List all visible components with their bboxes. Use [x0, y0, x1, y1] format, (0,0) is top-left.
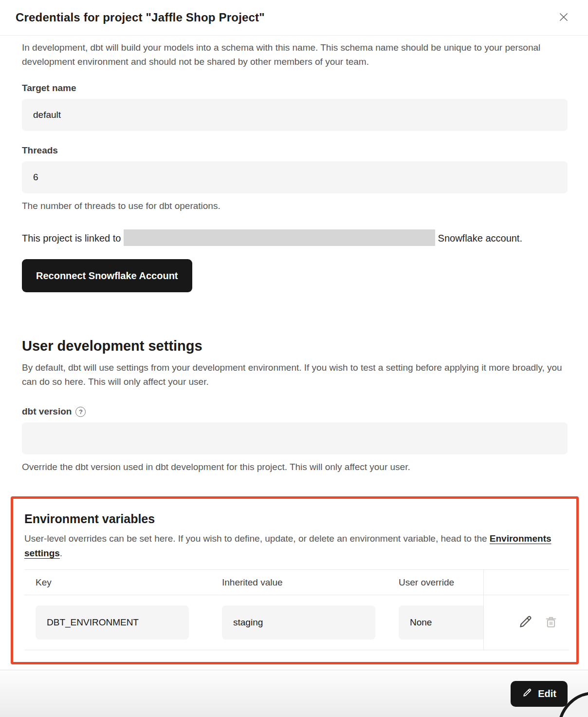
dbt-version-input[interactable]	[22, 422, 568, 454]
trash-icon	[544, 615, 558, 631]
modal-footer: Edit	[0, 670, 588, 717]
table-header-row: Key Inherited value User override	[24, 569, 569, 595]
env-description-period: .	[60, 548, 62, 558]
dbt-version-label: dbt version	[22, 406, 72, 417]
threads-label: Threads	[22, 145, 568, 156]
environment-variables-heading: Environment variables	[24, 512, 569, 526]
edit-pencil-icon	[522, 687, 533, 700]
column-header-user-override: User override	[387, 570, 483, 595]
env-description-text: User-level overrides can be set here. If…	[24, 533, 490, 544]
env-var-override-value: None	[399, 605, 483, 640]
close-icon	[557, 11, 570, 25]
linked-text-after: Snowflake account.	[438, 233, 522, 244]
threads-input[interactable]	[22, 161, 568, 193]
pencil-icon	[517, 614, 533, 631]
dbt-version-help-text: Override the dbt version used in dbt dev…	[22, 462, 568, 472]
user-dev-settings-description: By default, dbt will use settings from y…	[22, 360, 568, 389]
table-row: DBT_ENVIRONMENT staging None	[24, 595, 569, 650]
delete-row-button[interactable]	[544, 615, 558, 631]
column-header-key: Key	[24, 570, 211, 595]
snowflake-linked-text: This project is linked to Snowflake acco…	[22, 229, 568, 247]
edit-button-label: Edit	[538, 688, 556, 699]
modal-header: Credentials for project "Jaffle Shop Pro…	[0, 0, 588, 36]
target-name-input[interactable]	[22, 99, 568, 131]
edit-button[interactable]: Edit	[511, 681, 568, 707]
env-var-override-cell: None	[387, 595, 483, 650]
target-name-label: Target name	[22, 83, 568, 94]
modal-body: In development, dbt will build your mode…	[0, 40, 588, 664]
column-header-inherited-value: Inherited value	[211, 570, 387, 595]
user-dev-settings-heading: User development settings	[22, 338, 568, 354]
environment-variables-section-highlight: Environment variables User-level overrid…	[11, 496, 579, 664]
threads-help-text: The number of threads to use for dbt ope…	[22, 201, 568, 211]
column-header-actions	[483, 570, 569, 595]
env-var-inherited-cell: staging	[211, 595, 387, 650]
env-variables-table: Key Inherited value User override DBT_EN…	[24, 569, 569, 650]
environment-variables-description: User-level overrides can be set here. If…	[24, 531, 569, 561]
env-var-inherited-value: staging	[222, 605, 375, 640]
dbt-version-label-row: dbt version ?	[22, 406, 568, 417]
modal-title: Credentials for project "Jaffle Shop Pro…	[16, 11, 265, 24]
help-icon[interactable]: ?	[75, 407, 86, 417]
linked-text-before: This project is linked to	[22, 233, 121, 244]
env-var-actions-cell	[483, 595, 569, 650]
reconnect-snowflake-button[interactable]: Reconnect Snowflake Account	[22, 259, 192, 292]
edit-row-button[interactable]	[517, 614, 533, 631]
env-var-key-cell: DBT_ENVIRONMENT	[24, 595, 211, 650]
redacted-account-name	[124, 229, 435, 246]
env-var-key-value: DBT_ENVIRONMENT	[36, 605, 189, 640]
close-button[interactable]	[554, 8, 573, 27]
schema-intro-text: In development, dbt will build your mode…	[22, 40, 568, 69]
